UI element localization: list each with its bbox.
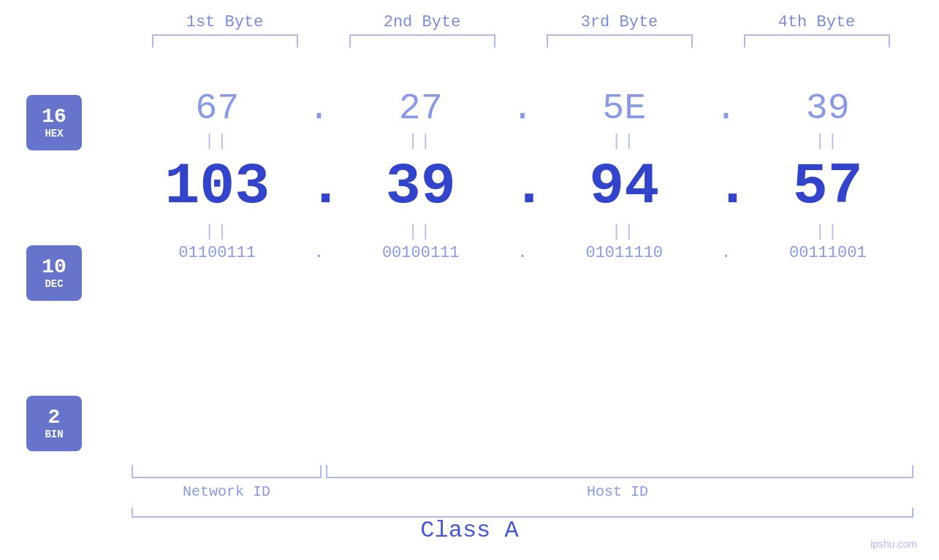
class-a-bracket (132, 507, 913, 518)
dec-num: 10 (42, 256, 66, 279)
dec-b4: 57 (748, 153, 908, 220)
hex-b1: 67 (137, 88, 297, 129)
bin-dot-3: . (715, 244, 737, 262)
main-container: 1st Byte 2nd Byte 3rd Byte 4th Byte 16 H… (0, 0, 939, 560)
hex-badge: 16 HEX (26, 95, 82, 150)
bin-name: BIN (45, 429, 63, 440)
bin-dot-1: . (308, 244, 330, 262)
eq-2-b4: || (748, 223, 908, 241)
dec-dot-1: . (308, 153, 330, 220)
host-id-bracket (326, 465, 913, 478)
eq-1-b1: || (137, 132, 297, 150)
network-id-label: Network ID (132, 483, 322, 500)
eq-2-b1: || (137, 223, 297, 241)
equals-row-2: || || || || (132, 223, 913, 241)
top-brackets (126, 34, 916, 47)
class-a-label: Class A (0, 517, 939, 544)
hex-b3: 5E (544, 88, 704, 129)
network-id-bracket (132, 465, 322, 478)
bin-badge: 2 BIN (26, 396, 82, 451)
byte-header-2: 2nd Byte (342, 13, 503, 31)
class-bracket-line (132, 507, 913, 518)
hex-dot-1: . (308, 88, 330, 129)
bin-dot-2: . (512, 244, 533, 262)
dec-dot-2: . (512, 153, 533, 220)
byte-header-4: 4th Byte (737, 13, 897, 31)
hex-dot-2: . (512, 88, 533, 129)
bin-b1: 01100111 (137, 244, 297, 262)
eq-2-dot3 (715, 223, 737, 241)
id-labels: Network ID Host ID (132, 483, 913, 500)
bracket-2 (349, 34, 495, 47)
byte-headers-row: 1st Byte 2nd Byte 3rd Byte 4th Byte (126, 13, 916, 31)
eq-2-b3: || (544, 223, 704, 241)
bin-b4: 00111001 (748, 244, 908, 262)
eq-1-b3: || (544, 132, 704, 150)
eq-2-dot2 (512, 223, 533, 241)
bracket-1 (152, 34, 298, 47)
dec-b3: 94 (544, 153, 704, 220)
eq-1-dot3 (715, 132, 737, 150)
dec-b1: 103 (137, 153, 297, 220)
dec-dot-3: . (715, 153, 737, 220)
bracket-4 (744, 34, 890, 47)
hex-name: HEX (45, 128, 63, 139)
id-brackets (132, 465, 913, 478)
hex-num: 16 (42, 106, 66, 129)
dec-b2: 39 (341, 153, 501, 220)
bin-b2: 00100111 (341, 244, 501, 262)
hex-b2: 27 (341, 88, 501, 129)
byte-header-3: 3rd Byte (539, 13, 700, 31)
bin-row: 01100111 . 00100111 . 01011110 . 0011100… (132, 244, 913, 262)
hex-dot-3: . (715, 88, 737, 129)
eq-1-b4: || (748, 132, 908, 150)
equals-row-1: || || || || (132, 132, 913, 150)
dec-row: 103 . 39 . 94 . 57 (132, 153, 913, 220)
eq-1-dot2 (512, 132, 533, 150)
eq-2-b2: || (341, 223, 501, 241)
eq-2-dot1 (308, 223, 330, 241)
dec-badge: 10 DEC (26, 245, 82, 301)
bin-b3: 01011110 (544, 244, 704, 262)
watermark: ipshu.com (870, 538, 917, 550)
eq-1-dot1 (308, 132, 330, 150)
byte-header-1: 1st Byte (145, 13, 305, 31)
dec-name: DEC (45, 278, 63, 290)
hex-row: 67 . 27 . 5E . 39 (132, 88, 913, 129)
bracket-3 (547, 34, 693, 47)
eq-1-b2: || (341, 132, 501, 150)
host-id-label: Host ID (322, 483, 913, 500)
hex-b4: 39 (748, 88, 908, 129)
base-labels: 16 HEX 10 DEC 2 BIN (26, 95, 82, 451)
rows-wrapper: 67 . 27 . 5E . 39 || || || || 103 . 39 .… (132, 88, 913, 262)
bin-num: 2 (48, 407, 61, 429)
